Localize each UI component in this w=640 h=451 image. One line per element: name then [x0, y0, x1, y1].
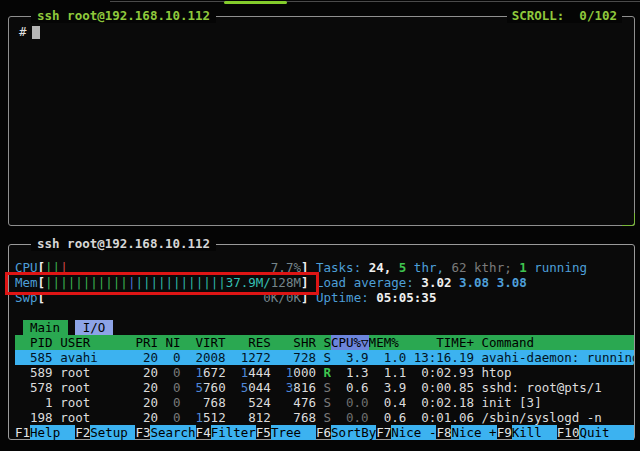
cell-res: 524 — [226, 395, 271, 410]
f1-key[interactable]: F1 — [15, 425, 30, 440]
cell-mem: 1.1 — [369, 365, 407, 380]
cell-state: S — [316, 380, 331, 395]
f9-kill-button[interactable]: Kill — [512, 425, 557, 440]
scroll-indicator: SCROLL: 0/102 — [507, 8, 622, 23]
f4-filter-button[interactable]: Filter — [211, 425, 256, 440]
header-virt[interactable]: VIRT — [181, 335, 226, 350]
cell-pri: 20 — [128, 350, 158, 365]
cell-ni: 0 — [158, 350, 181, 365]
header-shr[interactable]: SHR — [271, 335, 316, 350]
cell-mem: 3.9 — [369, 380, 407, 395]
cell-pri: 20 — [128, 380, 158, 395]
header-pid[interactable]: PID — [15, 335, 53, 350]
cell-user: avahi — [60, 350, 128, 365]
cell-res: 1272 — [226, 350, 271, 365]
top-overlay-progress — [224, 1, 287, 4]
cell-command: sshd: root@pts/1 — [481, 380, 634, 395]
top-overlay-line — [110, 1, 640, 2]
text-cursor — [32, 26, 40, 39]
cell-res: 812 — [226, 410, 271, 425]
table-row[interactable]: 1 root 20 0 768 524 476 S 0.0 0.4 0:02.1… — [15, 395, 634, 410]
header-command[interactable]: Command — [481, 335, 634, 350]
f7-key[interactable]: F7 — [376, 425, 391, 440]
cpu-meter-label: CPU — [15, 260, 38, 275]
screen-tabs: Main I/O — [15, 320, 634, 335]
pane-title: ssh root@192.168.10.112 — [31, 8, 216, 23]
f10-quit-button[interactable]: Quit — [579, 425, 634, 440]
cell-mem: 1.0 — [369, 350, 407, 365]
cell-state: R — [316, 365, 331, 380]
cell-mem: 0.4 — [369, 395, 407, 410]
shell-prompt[interactable]: # — [19, 24, 40, 39]
cell-cpu: 0.0 — [331, 395, 369, 410]
cell-pri: 20 — [128, 410, 158, 425]
tab-io[interactable]: I/O — [75, 320, 113, 335]
cell-pid: 589 — [15, 365, 53, 380]
cell-time: 0:01.06 — [406, 410, 474, 425]
cell-shr: 1000 — [271, 365, 316, 380]
prompt-symbol: # — [19, 24, 27, 39]
swp-meter: 0K/0K — [45, 290, 301, 305]
cell-cpu: 0.0 — [331, 410, 369, 425]
cell-pid: 585 — [15, 350, 53, 365]
header-time[interactable]: TIME+ — [406, 335, 474, 350]
f10-key[interactable]: F10 — [557, 425, 580, 440]
table-row[interactable]: 589 root 20 0 1672 1444 1000 R 1.3 1.1 0… — [15, 365, 634, 380]
header-state[interactable]: S — [316, 335, 331, 350]
cell-state: S — [316, 395, 331, 410]
f5-tree-button[interactable]: Tree — [271, 425, 316, 440]
cell-mem: 0.6 — [369, 410, 407, 425]
terminal-screen: ssh root@192.168.10.112 SCROLL: 0/102 # … — [0, 0, 640, 451]
cell-time: 0:02.18 — [406, 395, 474, 410]
tab-main[interactable]: Main — [23, 320, 68, 335]
f5-key[interactable]: F5 — [256, 425, 271, 440]
table-row[interactable]: 578 root 20 0 5760 5044 3816 S 0.6 3.9 0… — [15, 380, 634, 395]
f2-key[interactable]: F2 — [75, 425, 90, 440]
blank-line — [15, 305, 634, 320]
f6-key[interactable]: F6 — [316, 425, 331, 440]
cell-res: 1444 — [226, 365, 271, 380]
cell-shr: 3816 — [271, 380, 316, 395]
f2-setup-button[interactable]: Setup — [90, 425, 135, 440]
cell-ni: 0 — [158, 395, 181, 410]
cell-cpu: 1.3 — [331, 365, 369, 380]
cell-time: 0:00.85 — [406, 380, 474, 395]
cpu-meter-row: CPU[|||7.7%] Tasks: 24, 5 thr, 62 kthr; … — [15, 260, 634, 275]
cell-command: htop — [481, 365, 634, 380]
cell-cpu: 0.6 — [331, 380, 369, 395]
header-cpu-sort[interactable]: CPU%▽ — [331, 335, 369, 350]
cell-user: root — [60, 380, 128, 395]
ssh-pane-top[interactable]: ssh root@192.168.10.112 SCROLL: 0/102 # — [8, 16, 635, 226]
cell-pri: 20 — [128, 395, 158, 410]
cell-shr: 476 — [271, 395, 316, 410]
mem-meter-label: Mem — [15, 275, 38, 290]
cell-shr: 768 — [271, 410, 316, 425]
header-pri[interactable]: PRI — [128, 335, 158, 350]
mem-meter: ||||||||||||||||||||||||||37.9M/128M — [45, 275, 301, 290]
f3-search-button[interactable]: Search — [150, 425, 195, 440]
header-res[interactable]: RES — [226, 335, 271, 350]
header-user[interactable]: USER — [60, 335, 128, 350]
f7-nice-minus-button[interactable]: Nice - — [391, 425, 436, 440]
cell-user: root — [60, 365, 128, 380]
htop-app: CPU[|||7.7%] Tasks: 24, 5 thr, 62 kthr; … — [9, 245, 634, 440]
table-row[interactable]: 198 root 20 0 1512 812 768 S 0.0 0.6 0:0… — [15, 410, 634, 425]
f4-key[interactable]: F4 — [196, 425, 211, 440]
table-row-selected[interactable]: 585 avahi 20 0 2008 1272 728 S 3.9 1.0 1… — [15, 350, 634, 365]
f8-key[interactable]: F8 — [436, 425, 451, 440]
cell-pid: 1 — [15, 395, 53, 410]
cell-state: S — [316, 350, 331, 365]
f3-key[interactable]: F3 — [135, 425, 150, 440]
cell-command: avahi-daemon: running — [481, 350, 634, 365]
f1-help-button[interactable]: Help — [30, 425, 75, 440]
cell-state: S — [316, 410, 331, 425]
ssh-pane-bottom[interactable]: ssh root@192.168.10.112 CPU[|||7.7%] Tas… — [8, 244, 635, 440]
header-mem[interactable]: MEM% — [369, 335, 407, 350]
f6-sortby-button[interactable]: SortBy — [331, 425, 376, 440]
blank-line — [15, 245, 634, 260]
cell-virt: 1672 — [181, 365, 226, 380]
cpu-meter: |||7.7% — [45, 260, 301, 275]
f8-nice-plus-button[interactable]: Nice + — [451, 425, 496, 440]
f9-key[interactable]: F9 — [497, 425, 512, 440]
header-ni[interactable]: NI — [158, 335, 181, 350]
